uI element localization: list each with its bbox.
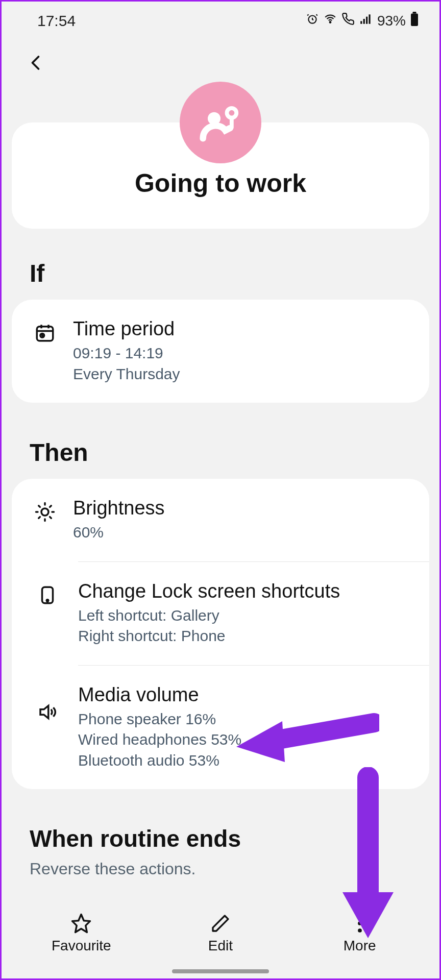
- svg-point-1: [330, 21, 331, 23]
- commute-icon: [195, 97, 246, 148]
- if-item-body: Time period 09:19 - 14:19 Every Thursday: [73, 318, 414, 384]
- svg-point-27: [358, 921, 362, 925]
- status-right: 93%: [306, 12, 419, 30]
- svg-point-28: [358, 928, 362, 933]
- if-item-time: 09:19 - 14:19: [73, 343, 414, 364]
- battery-pct: 93%: [377, 13, 406, 29]
- more-icon: [357, 912, 363, 935]
- svg-rect-2: [360, 21, 362, 23]
- then-brightness-title: Brightness: [73, 497, 414, 519]
- ends-subtitle: Reverse these actions.: [30, 860, 439, 878]
- routine-title-card: Going to work: [12, 122, 429, 229]
- then-item-body: Change Lock screen shortcuts Left shortc…: [78, 580, 414, 647]
- svg-line-20: [39, 517, 40, 519]
- then-volume-bt: Bluetooth audio 53%: [78, 750, 414, 771]
- if-item-time-period[interactable]: Time period 09:19 - 14:19 Every Thursday: [12, 300, 429, 403]
- back-button[interactable]: [27, 51, 45, 81]
- gesture-bar: [172, 969, 269, 973]
- if-item-title: Time period: [73, 318, 414, 340]
- ends-section: When routine ends Reverse these actions.: [30, 825, 439, 878]
- brightness-icon: [32, 499, 58, 525]
- svg-rect-11: [37, 327, 53, 341]
- edit-label: Edit: [208, 938, 233, 954]
- call-icon: [341, 12, 355, 29]
- then-volume-wired: Wired headphones 53%: [78, 729, 414, 750]
- svg-point-13: [41, 508, 48, 516]
- signal-icon: [359, 12, 373, 29]
- then-brightness-value: 60%: [73, 522, 414, 543]
- then-item-media-volume[interactable]: Media volume Phone speaker 16% Wired hea…: [78, 665, 429, 790]
- then-item-body: Brightness 60%: [73, 497, 414, 543]
- volume-icon: [32, 699, 63, 725]
- status-time: 17:54: [37, 12, 76, 30]
- wifi-icon: [323, 12, 337, 29]
- if-card: Time period 09:19 - 14:19 Every Thursday: [12, 300, 429, 403]
- alarm-icon: [306, 12, 319, 29]
- svg-line-18: [39, 506, 40, 507]
- bottom-bar: Favourite Edit More: [2, 897, 439, 978]
- more-label: More: [344, 938, 376, 954]
- routine-avatar[interactable]: [180, 82, 261, 163]
- if-item-repeat: Every Thursday: [73, 364, 414, 385]
- then-card: Brightness 60% Change Lock screen shortc…: [12, 479, 429, 789]
- svg-rect-7: [411, 14, 418, 27]
- pencil-icon: [210, 912, 231, 935]
- then-item-body: Media volume Phone speaker 16% Wired hea…: [78, 684, 414, 771]
- svg-rect-3: [363, 19, 365, 24]
- if-section-label: If: [30, 259, 439, 287]
- favourite-button[interactable]: Favourite: [30, 912, 132, 954]
- svg-rect-4: [366, 17, 368, 24]
- calendar-icon: [32, 320, 58, 346]
- then-item-lock-shortcuts[interactable]: Change Lock screen shortcuts Left shortc…: [78, 561, 429, 665]
- more-button[interactable]: More: [309, 912, 411, 954]
- battery-icon: [410, 12, 419, 30]
- svg-point-23: [46, 599, 48, 601]
- svg-line-19: [50, 517, 52, 519]
- svg-point-26: [358, 914, 362, 918]
- then-lock-left: Left shortcut: Gallery: [78, 605, 414, 626]
- svg-rect-6: [413, 12, 416, 14]
- svg-marker-24: [40, 705, 48, 718]
- then-item-brightness[interactable]: Brightness 60%: [12, 479, 429, 561]
- status-bar: 17:54 93%: [2, 2, 439, 35]
- ends-title: When routine ends: [30, 825, 439, 852]
- then-lock-title: Change Lock screen shortcuts: [78, 580, 414, 602]
- then-volume-speaker: Phone speaker 16%: [78, 709, 414, 730]
- svg-line-21: [50, 506, 52, 507]
- svg-rect-5: [369, 14, 370, 23]
- star-icon: [70, 912, 92, 935]
- svg-marker-25: [72, 915, 90, 933]
- edit-button[interactable]: Edit: [169, 912, 272, 954]
- then-lock-right: Right shortcut: Phone: [78, 626, 414, 647]
- routine-title: Going to work: [12, 168, 429, 198]
- then-section-label: Then: [30, 438, 439, 467]
- then-volume-title: Media volume: [78, 684, 414, 706]
- favourite-label: Favourite: [52, 938, 111, 954]
- phone-icon: [32, 582, 63, 608]
